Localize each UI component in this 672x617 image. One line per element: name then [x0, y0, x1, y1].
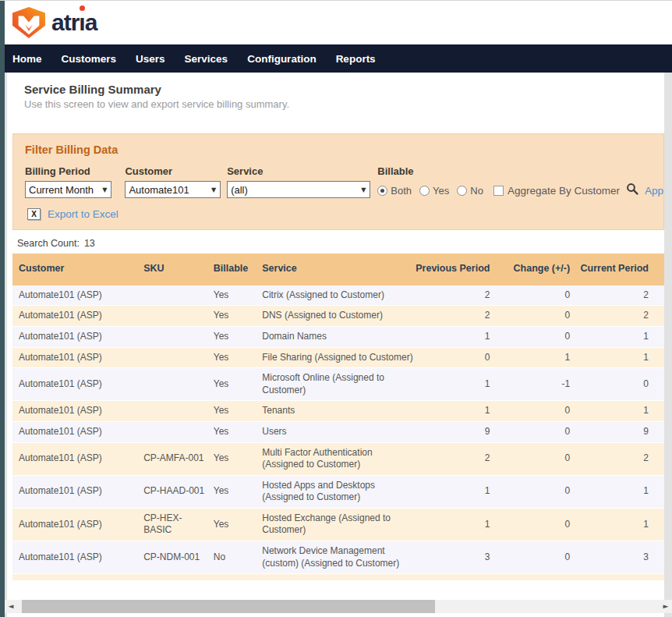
export-to-excel-link[interactable]: Export to Excel [48, 208, 118, 220]
cell-service: Multi Factor Authentication (Assigned to… [258, 442, 415, 475]
cell-current: 2 [576, 442, 664, 475]
cell-customer: Automate101 (ASP) [12, 442, 140, 475]
cell-service: Tenants [258, 401, 415, 422]
cell-customer: Automate101 (ASP) [12, 285, 140, 306]
cell-previous: 0 [416, 347, 498, 368]
cell-service: Network Device Management (custom) (Assi… [258, 541, 415, 574]
cell-sku [140, 326, 210, 347]
nav-item-reports[interactable]: Reports [336, 53, 376, 65]
cell-current: 1 [576, 347, 664, 368]
table-row[interactable]: Automate101 (ASP)YesDNS (Assigned to Cus… [12, 306, 664, 327]
apply-link[interactable]: App [645, 185, 663, 197]
cell-previous: 1 [416, 508, 498, 541]
table-row[interactable]: Automate101 (ASP)CP-HEX-BASICYesHosted E… [12, 508, 664, 541]
cell-change: 0 [497, 326, 576, 347]
cell-sku: CP-NDM-001 [140, 541, 210, 574]
scroll-left-arrow-icon[interactable]: ◄ [5, 600, 17, 613]
billable-yes-radio[interactable] [419, 186, 430, 196]
cell-sku [140, 368, 210, 401]
column-header-customer[interactable]: Customer [12, 254, 140, 285]
table-row[interactable]: Automate101 (ASP)YesMicrosoft Online (As… [12, 368, 664, 401]
nav-item-configuration[interactable]: Configuration [247, 53, 316, 65]
cell-customer: Automate101 (ASP) [12, 347, 140, 368]
cell-service: Hosted Exchange (Assigned to Customer) [258, 508, 415, 541]
billing-summary-table: Customer SKU Billable Service Previous P… [12, 254, 664, 574]
cell-current: 1 [576, 326, 664, 347]
nav-item-customers[interactable]: Customers [62, 53, 117, 65]
column-header-current-period[interactable]: Current Period [576, 254, 664, 285]
table-row[interactable]: Automate101 (ASP)YesTenants101 [12, 401, 664, 422]
customer-value: Automate101 [129, 184, 189, 196]
cell-sku [140, 306, 210, 327]
table-row[interactable]: Automate101 (ASP)CP-AMFA-001YesMulti Fac… [12, 442, 664, 475]
cell-billable: Yes [210, 326, 258, 347]
column-header-previous-period[interactable]: Previous Period [416, 254, 498, 285]
cell-previous: 1 [416, 368, 498, 401]
content-panel: Service Billing Summary Use this screen … [7, 73, 664, 617]
billable-both-label: Both [391, 185, 412, 197]
column-header-change[interactable]: Change (+/-) [497, 254, 576, 285]
cell-change: 1 [497, 347, 576, 368]
cell-current: 1 [576, 508, 664, 541]
table-row[interactable]: Automate101 (ASP)CP-HAAD-001YesHosted Ap… [12, 475, 664, 508]
cell-change: 0 [497, 285, 576, 306]
customer-label: Customer [125, 165, 221, 177]
nav-item-users[interactable]: Users [136, 53, 165, 65]
table-row[interactable]: Automate101 (ASP)CP-NDM-001NoNetwork Dev… [12, 541, 664, 574]
cell-previous: 1 [416, 475, 498, 508]
aggregate-by-customer-checkbox[interactable] [493, 186, 504, 196]
billing-table-body: Automate101 (ASP)YesCitrix (Assigned to … [12, 285, 664, 574]
horizontal-scrollbar-thumb[interactable] [22, 600, 435, 613]
service-select[interactable]: (all) ▼ [227, 181, 370, 198]
scroll-right-arrow-icon[interactable]: ► [660, 600, 672, 613]
cell-customer: Automate101 (ASP) [12, 326, 140, 347]
table-row[interactable]: Automate101 (ASP)YesFile Sharing (Assign… [12, 347, 664, 368]
cell-sku: CP-AMFA-001 [140, 442, 210, 475]
cell-sku: CP-HAAD-001 [140, 475, 210, 508]
table-row[interactable]: Automate101 (ASP)YesUsers909 [12, 421, 664, 442]
cell-sku [140, 401, 210, 422]
cell-current: 0 [576, 368, 664, 401]
cell-change: 0 [497, 442, 576, 475]
cell-service: Users [258, 421, 415, 442]
page-area: Service Billing Summary Use this screen … [0, 73, 672, 617]
cell-previous: 1 [416, 326, 498, 347]
cell-previous: 2 [416, 442, 498, 475]
cell-service: DNS (Assigned to Customer) [258, 306, 415, 327]
nav-item-home[interactable]: Home [12, 53, 42, 65]
billable-no-radio[interactable] [457, 186, 467, 196]
cell-billable: No [210, 541, 258, 574]
cell-service: File Sharing (Assigned to Customer) [258, 347, 415, 368]
billing-period-select[interactable]: Current Month ▼ [25, 181, 111, 198]
chevron-down-icon: ▼ [102, 186, 107, 193]
customer-select[interactable]: Automate101 ▼ [125, 181, 221, 198]
column-header-billable[interactable]: Billable [210, 254, 258, 285]
brand-header: atrıa [0, 1, 672, 44]
excel-export-icon[interactable]: X [27, 208, 41, 220]
table-row[interactable]: Automate101 (ASP)YesDomain Names101 [12, 326, 664, 347]
billable-yes-label: Yes [433, 185, 449, 197]
cell-customer: Automate101 (ASP) [12, 401, 140, 422]
column-header-service[interactable]: Service [258, 254, 415, 285]
table-row[interactable]: Automate101 (ASP)YesCitrix (Assigned to … [12, 285, 664, 306]
column-header-sku[interactable]: SKU [140, 254, 210, 285]
cell-billable: Yes [210, 401, 258, 422]
brand-wordmark: atrıa [51, 9, 97, 36]
cell-customer: Automate101 (ASP) [12, 541, 140, 574]
cell-customer: Automate101 (ASP) [12, 368, 140, 401]
chevron-down-icon: ▼ [361, 186, 366, 193]
main-nav: Home Customers Users Services Configurat… [0, 44, 672, 73]
billable-both-radio[interactable] [377, 186, 387, 196]
cell-change: 0 [497, 306, 576, 327]
cell-service: Domain Names [258, 326, 415, 347]
cell-current: 1 [576, 475, 664, 508]
horizontal-scrollbar[interactable]: ◄ ► [5, 600, 672, 613]
service-value: (all) [231, 184, 248, 196]
cell-billable: Yes [210, 475, 258, 508]
cell-previous: 1 [416, 401, 498, 422]
nav-item-services[interactable]: Services [185, 53, 228, 65]
service-billing-summary-page: { "brand": { "word_start": "atr", "word_… [0, 0, 672, 617]
filter-panel-title: Filter Billing Data [25, 144, 663, 156]
search-icon[interactable] [626, 183, 638, 198]
cell-sku [140, 421, 210, 442]
